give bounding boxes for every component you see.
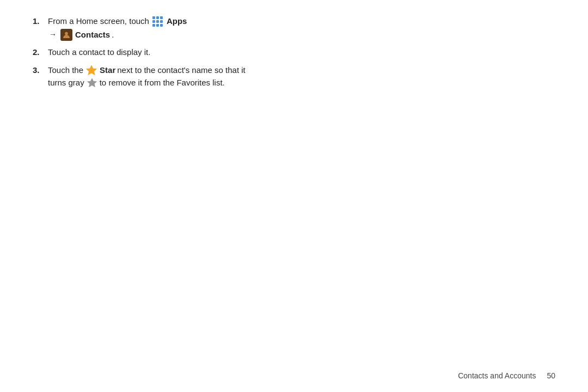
orange-star-icon xyxy=(86,65,97,76)
step-3-suffix: next to the contact's name so that it xyxy=(117,64,246,77)
step-number-2: 2. xyxy=(33,46,48,59)
step-2-text: Touch a contact to display it. xyxy=(48,46,150,59)
footer-page: 50 xyxy=(547,371,555,380)
contacts-app-icon xyxy=(60,29,72,41)
content-area: 1. From a Home screen, touch xyxy=(0,0,588,89)
arrow-icon: → xyxy=(49,29,57,40)
step-1-prefix: From a Home screen, touch xyxy=(48,15,149,28)
footer-section: Contacts and Accounts xyxy=(458,371,536,380)
contacts-suffix: . xyxy=(112,29,114,41)
step-3-line2-prefix: turns gray xyxy=(48,77,84,89)
apps-grid-icon xyxy=(152,15,164,27)
step-2-content: Touch a contact to display it. xyxy=(48,46,555,59)
step-number-3: 3. xyxy=(33,64,48,77)
step-3-prefix: Touch the xyxy=(48,64,83,77)
step-3: 3. Touch the Star next to the contact's … xyxy=(33,64,555,89)
step-2: 2. Touch a contact to display it. xyxy=(33,46,555,59)
step-2-line1: Touch a contact to display it. xyxy=(48,46,555,59)
footer: Contacts and Accounts 50 xyxy=(458,371,555,380)
step-1-line1: From a Home screen, touch xyxy=(48,15,555,28)
step-list: 1. From a Home screen, touch xyxy=(33,15,555,89)
step-3-line1: Touch the Star next to the contact's nam… xyxy=(48,64,555,77)
svg-marker-2 xyxy=(87,78,96,87)
contacts-label: Contacts xyxy=(75,29,110,41)
step-3-line2: turns gray to remove it from the Favorit… xyxy=(48,77,555,89)
step-1-content: From a Home screen, touch xyxy=(48,15,555,41)
step-3-content: Touch the Star next to the contact's nam… xyxy=(48,64,555,89)
step-3-line2-suffix: to remove it from the Favorites list. xyxy=(100,77,225,89)
step-1: 1. From a Home screen, touch xyxy=(33,15,555,41)
step-1-line2: → Contacts. xyxy=(48,29,555,41)
svg-point-0 xyxy=(65,32,68,35)
star-bold-label: Star xyxy=(100,64,115,77)
apps-label: Apps xyxy=(167,15,187,28)
svg-marker-1 xyxy=(87,65,97,75)
gray-star-icon xyxy=(87,78,97,88)
step-number-1: 1. xyxy=(33,15,48,28)
